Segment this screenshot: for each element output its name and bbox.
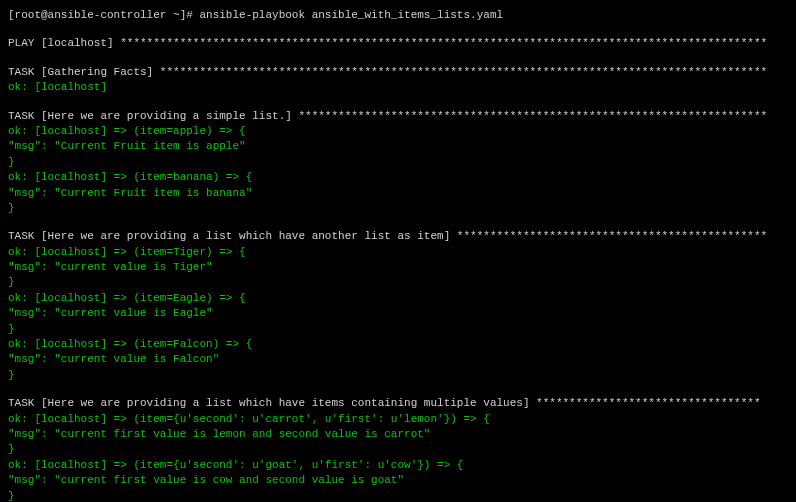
task3-close1: } [8, 442, 788, 457]
command-prompt-line: [root@ansible-controller ~]# ansible-pla… [8, 8, 788, 23]
task3-item2: ok: [localhost] => (item={u'second': u'g… [8, 458, 788, 473]
terminal-output: [root@ansible-controller ~]# ansible-pla… [8, 8, 788, 502]
task2-item3: ok: [localhost] => (item=Falcon) => { [8, 337, 788, 352]
task3-close2: } [8, 489, 788, 502]
task1-msg1: "msg": "Current Fruit item is apple" [8, 139, 788, 154]
task2-msg3: "msg": "current value is Falcon" [8, 352, 788, 367]
task2-item1: ok: [localhost] => (item=Tiger) => { [8, 245, 788, 260]
task3-header: TASK [Here we are providing a list which… [8, 396, 788, 411]
task3-msg2: "msg": "current first value is cow and s… [8, 473, 788, 488]
task3-item1: ok: [localhost] => (item={u'second': u'c… [8, 412, 788, 427]
task1-close1: } [8, 155, 788, 170]
task1-item2: ok: [localhost] => (item=banana) => { [8, 170, 788, 185]
task2-close3: } [8, 368, 788, 383]
task1-header: TASK [Here we are providing a simple lis… [8, 109, 788, 124]
gathering-ok-line: ok: [localhost] [8, 80, 788, 95]
play-header: PLAY [localhost] ***********************… [8, 36, 788, 51]
task2-msg2: "msg": "current value is Eagle" [8, 306, 788, 321]
task2-msg1: "msg": "current value is Tiger" [8, 260, 788, 275]
task2-item2: ok: [localhost] => (item=Eagle) => { [8, 291, 788, 306]
task-gathering-header: TASK [Gathering Facts] *****************… [8, 65, 788, 80]
task1-item1: ok: [localhost] => (item=apple) => { [8, 124, 788, 139]
task2-header: TASK [Here we are providing a list which… [8, 229, 788, 244]
task1-close2: } [8, 201, 788, 216]
task1-msg2: "msg": "Current Fruit item is banana" [8, 186, 788, 201]
task3-msg1: "msg": "current first value is lemon and… [8, 427, 788, 442]
task2-close1: } [8, 275, 788, 290]
task2-close2: } [8, 322, 788, 337]
